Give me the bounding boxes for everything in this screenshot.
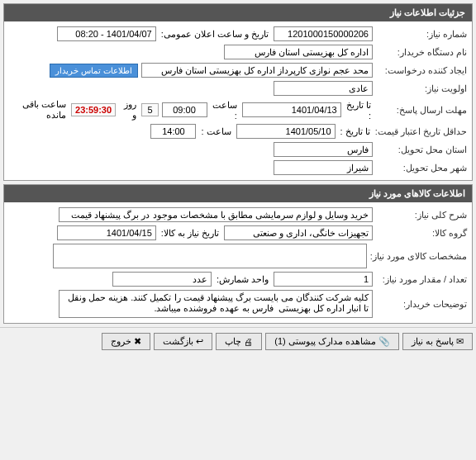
creator-label: ایجاد کننده درخواست:: [376, 65, 467, 76]
announce-label: تاریخ و ساعت اعلان عمومی:: [161, 29, 269, 40]
exit-icon: ✖: [134, 336, 141, 347]
attachment-icon: 📎: [378, 336, 390, 347]
announce-field[interactable]: [57, 26, 156, 41]
deadline-date-field[interactable]: [242, 102, 341, 117]
desc-label: شرح کلی نیاز:: [376, 210, 467, 221]
spec-label: مشخصات کالای مورد نیاز:: [370, 251, 467, 262]
action-bar: ✉ پاسخ به نیاز 📎 مشاهده مدارک پیوستی (1)…: [0, 327, 476, 355]
validity-time-label: ساعت :: [201, 126, 231, 137]
exit-label: خروج: [111, 336, 131, 347]
days-label: روز و: [121, 99, 136, 121]
notes-field[interactable]: کلیه شرکت کنندگان می بایست برگ پیشنهاد ق…: [59, 290, 373, 318]
deadline-time-label: ساعت :: [212, 100, 237, 121]
unit-label: واحد شمارش:: [217, 274, 269, 285]
attachments-label: مشاهده مدارک پیوستی (1): [274, 336, 376, 347]
need-date-field[interactable]: [57, 225, 156, 240]
need-number-field[interactable]: [274, 26, 373, 41]
city-field[interactable]: [274, 160, 373, 175]
days-remaining: 5: [141, 103, 158, 116]
desc-field[interactable]: [59, 207, 373, 222]
deadline-time-field[interactable]: [162, 102, 207, 117]
notes-label: توضیحات خریدار:: [376, 299, 467, 310]
deadline-to-label: تا تاریخ :: [346, 100, 371, 121]
need-number-label: شماره نیاز:: [376, 29, 467, 40]
validity-label: حداقل تاریخ اعتبار قیمت:: [375, 126, 467, 137]
deadline-label: مهلت ارسال پاسخ:: [376, 105, 467, 116]
remaining-label: ساعت باقی مانده: [11, 99, 66, 121]
goods-panel: اطلاعات کالاهای مورد نیاز شرح کلی نیاز: …: [3, 184, 473, 324]
priority-field[interactable]: [274, 81, 373, 96]
validity-to-label: تا تاریخ :: [340, 126, 370, 137]
need-date-label: تاریخ نیاز به کالا:: [161, 228, 219, 239]
buyer-contact-button[interactable]: اطلاعات تماس خریدار: [50, 64, 138, 78]
validity-time-field[interactable]: [150, 124, 196, 139]
print-label: چاپ: [225, 336, 241, 347]
qty-field[interactable]: [274, 272, 373, 287]
countdown-timer: 23:59:30: [71, 103, 116, 116]
print-icon: 🖨: [244, 337, 253, 347]
spec-field[interactable]: [53, 244, 367, 268]
back-label: بازگشت: [163, 336, 193, 347]
back-icon: ↩: [196, 336, 203, 347]
city-label: شهر محل تحویل:: [376, 163, 467, 173]
buyer-label: نام دستگاه خریدار:: [376, 47, 467, 58]
goods-header: اطلاعات کالاهای مورد نیاز: [4, 185, 472, 202]
back-button[interactable]: ↩ بازگشت: [154, 333, 212, 350]
unit-field[interactable]: [112, 272, 212, 287]
buyer-field[interactable]: [224, 45, 373, 59]
reply-button[interactable]: ✉ پاسخ به نیاز: [402, 333, 473, 350]
attachments-button[interactable]: 📎 مشاهده مدارک پیوستی (1): [265, 333, 399, 350]
creator-field[interactable]: [141, 63, 373, 78]
reply-icon: ✉: [456, 336, 464, 347]
reply-label: پاسخ به نیاز: [412, 336, 454, 347]
validity-date-field[interactable]: [236, 124, 336, 139]
exit-button[interactable]: ✖ خروج: [102, 333, 150, 350]
need-details-header: جزئیات اطلاعات نیاز: [4, 4, 472, 21]
qty-label: تعداد / مقدار مورد نیاز:: [376, 274, 467, 285]
priority-label: اولویت نیاز:: [376, 83, 467, 94]
province-label: استان محل تحویل:: [376, 145, 467, 155]
group-label: گروه کالا:: [376, 228, 467, 239]
province-field[interactable]: [274, 142, 373, 157]
need-details-panel: جزئیات اطلاعات نیاز شماره نیاز: تاریخ و …: [3, 3, 473, 181]
group-field[interactable]: [224, 225, 373, 240]
print-button[interactable]: 🖨 چاپ: [216, 333, 262, 350]
